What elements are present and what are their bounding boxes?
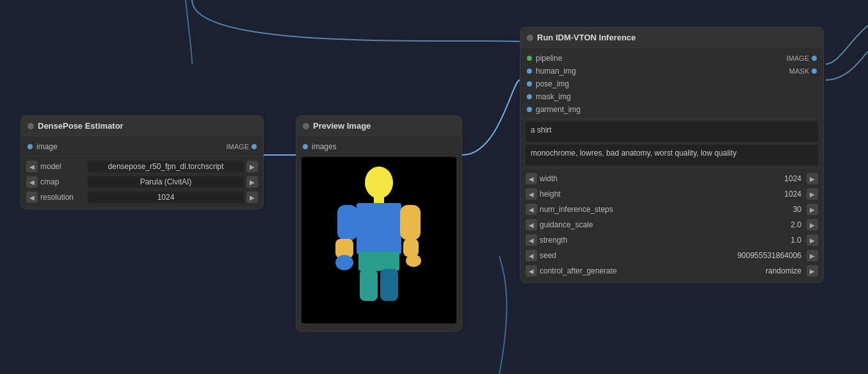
idmvton-control-left-btn[interactable]: ◀ bbox=[526, 265, 537, 277]
idmvton-output-mask-dot[interactable] bbox=[812, 69, 817, 74]
idmvton-seed-label: seed bbox=[540, 251, 584, 260]
svg-rect-2 bbox=[357, 203, 401, 254]
preview-status-dot bbox=[303, 123, 309, 129]
densepose-cmap-value: Parula (CivitAI) bbox=[88, 176, 244, 188]
idmvton-guidance-label: guidance_scale bbox=[540, 220, 593, 229]
densepose-body: image IMAGE ◀ model densepose_r50_fpn_dl… bbox=[21, 136, 263, 209]
idmvton-height-right-btn[interactable]: ▶ bbox=[807, 188, 818, 200]
densepose-cmap-left-btn[interactable]: ◀ bbox=[26, 176, 38, 188]
idmvton-port-garment: garment_img bbox=[520, 103, 823, 116]
idmvton-control-value: randomize bbox=[620, 266, 801, 275]
svg-rect-7 bbox=[358, 252, 399, 271]
idmvton-steps-label: num_inference_steps bbox=[540, 205, 613, 214]
idmvton-width-label: width bbox=[540, 174, 584, 183]
densepose-status-dot bbox=[28, 123, 34, 129]
idmvton-width-value: 1024 bbox=[587, 174, 801, 183]
densepose-resolution-right-btn[interactable]: ▶ bbox=[246, 191, 258, 203]
preview-input-images-label: images bbox=[312, 142, 337, 151]
idmvton-control-label: control_after_generate bbox=[540, 266, 617, 275]
densepose-cmap-label: cmap bbox=[40, 177, 85, 186]
densepose-model-label: model bbox=[40, 162, 85, 171]
idmvton-strength-label: strength bbox=[540, 236, 584, 245]
idmvton-pose-dot[interactable] bbox=[527, 81, 532, 86]
idmvton-pose-label: pose_img bbox=[536, 79, 569, 88]
densepose-param-resolution: ◀ resolution 1024 ▶ bbox=[21, 190, 263, 205]
idmvton-pipeline-dot[interactable] bbox=[527, 56, 532, 61]
idmvton-guidance-left-btn[interactable]: ◀ bbox=[526, 219, 537, 231]
densepose-output-image: IMAGE bbox=[227, 143, 257, 150]
densepose-cmap-right-btn[interactable]: ▶ bbox=[246, 176, 258, 188]
idmvton-port-pipeline: pipeline IMAGE bbox=[520, 52, 823, 65]
densepose-input-image-label: image bbox=[36, 142, 58, 151]
densepose-port-image: image IMAGE bbox=[21, 140, 263, 153]
idmvton-garment-label: garment_img bbox=[536, 105, 581, 114]
idmvton-strength-right-btn[interactable]: ▶ bbox=[807, 234, 818, 246]
idmvton-status-dot bbox=[527, 35, 533, 41]
idmvton-steps-right-btn[interactable]: ▶ bbox=[807, 204, 818, 215]
idmvton-seed-left-btn[interactable]: ◀ bbox=[526, 250, 537, 261]
densepose-param-cmap: ◀ cmap Parula (CivitAI) ▶ bbox=[21, 174, 263, 190]
idmvton-height-value: 1024 bbox=[587, 190, 801, 199]
idmvton-text-negative-value: monochrome, lowres, bad anatomy, worst q… bbox=[531, 149, 737, 158]
idmvton-height-label: height bbox=[540, 190, 584, 199]
densepose-param-model: ◀ model densepose_r50_fpn_dl.torchscript… bbox=[21, 159, 263, 174]
svg-rect-9 bbox=[380, 269, 398, 301]
idmvton-param-guidance: ◀ guidance_scale 2.0 ▶ bbox=[520, 217, 823, 232]
preview-title: Preview Image bbox=[313, 121, 371, 131]
densepose-model-left-btn[interactable]: ◀ bbox=[26, 161, 38, 172]
idmvton-human-dot[interactable] bbox=[527, 69, 532, 74]
densepose-resolution-left-btn[interactable]: ◀ bbox=[26, 191, 38, 203]
idmvton-param-control: ◀ control_after_generate randomize ▶ bbox=[520, 263, 823, 279]
idmvton-mask-dot[interactable] bbox=[527, 94, 532, 99]
idmvton-body: pipeline IMAGE human_img MASK pose_img m… bbox=[520, 48, 823, 282]
idmvton-human-label: human_img bbox=[536, 67, 576, 76]
idmvton-mask-label: mask_img bbox=[536, 92, 571, 101]
idmvton-width-right-btn[interactable]: ▶ bbox=[807, 173, 818, 184]
idmvton-guidance-value: 2.0 bbox=[595, 220, 801, 229]
svg-point-0 bbox=[365, 167, 393, 199]
idmvton-guidance-right-btn[interactable]: ▶ bbox=[807, 219, 818, 231]
idmvton-seed-right-btn[interactable]: ▶ bbox=[807, 250, 818, 261]
idmvton-text-shirt-value: a shirt bbox=[531, 126, 552, 134]
idmvton-garment-dot[interactable] bbox=[527, 107, 532, 112]
idmvton-height-left-btn[interactable]: ◀ bbox=[526, 188, 537, 200]
idmvton-param-strength: ◀ strength 1.0 ▶ bbox=[520, 232, 823, 248]
preview-body: images bbox=[296, 136, 462, 331]
svg-point-11 bbox=[406, 254, 421, 267]
idmvton-pipeline-label: pipeline bbox=[536, 54, 562, 63]
idmvton-control-right-btn[interactable]: ▶ bbox=[807, 265, 818, 277]
densepose-model-right-btn[interactable]: ▶ bbox=[246, 161, 258, 172]
preview-node: Preview Image images bbox=[296, 115, 462, 332]
idmvton-output-image-dot[interactable] bbox=[812, 56, 817, 61]
idmvton-param-seed: ◀ seed 900955531864006 ▶ bbox=[520, 248, 823, 263]
idmvton-node: Run IDM-VTON Inference pipeline IMAGE hu… bbox=[520, 27, 824, 283]
idmvton-text-shirt[interactable]: a shirt bbox=[526, 122, 818, 142]
idmvton-width-left-btn[interactable]: ◀ bbox=[526, 173, 537, 184]
idmvton-node-header: Run IDM-VTON Inference bbox=[520, 28, 823, 48]
idmvton-steps-value: 30 bbox=[616, 205, 801, 214]
idmvton-title: Run IDM-VTON Inference bbox=[537, 33, 636, 42]
densepose-node-header: DensePose Estimator bbox=[21, 116, 263, 136]
idmvton-param-height: ◀ height 1024 ▶ bbox=[520, 186, 823, 202]
densepose-input-image-dot[interactable] bbox=[28, 144, 33, 149]
svg-rect-8 bbox=[360, 269, 378, 301]
preview-input-images-dot[interactable] bbox=[303, 144, 308, 149]
idmvton-strength-left-btn[interactable]: ◀ bbox=[526, 234, 537, 246]
idmvton-param-steps: ◀ num_inference_steps 30 ▶ bbox=[520, 202, 823, 217]
densepose-model-value: densepose_r50_fpn_dl.torchscript bbox=[88, 161, 244, 172]
densepose-node: DensePose Estimator image IMAGE ◀ model … bbox=[20, 115, 264, 209]
densepose-title: DensePose Estimator bbox=[38, 121, 124, 131]
densepose-output-image-dot[interactable] bbox=[252, 144, 257, 149]
idmvton-port-pose: pose_img bbox=[520, 77, 823, 90]
idmvton-port-mask: mask_img bbox=[520, 90, 823, 103]
preview-node-header: Preview Image bbox=[296, 116, 462, 136]
densepose-resolution-label: resolution bbox=[40, 193, 85, 202]
idmvton-steps-left-btn[interactable]: ◀ bbox=[526, 204, 537, 215]
idmvton-seed-value: 900955531864006 bbox=[587, 251, 801, 260]
human-figure-svg bbox=[321, 163, 437, 317]
idmvton-output-image: IMAGE bbox=[787, 54, 817, 62]
idmvton-text-negative[interactable]: monochrome, lowres, bad anatomy, worst q… bbox=[526, 145, 818, 165]
densepose-resolution-value: 1024 bbox=[88, 191, 244, 203]
svg-point-10 bbox=[335, 255, 353, 270]
svg-rect-5 bbox=[400, 205, 421, 240]
